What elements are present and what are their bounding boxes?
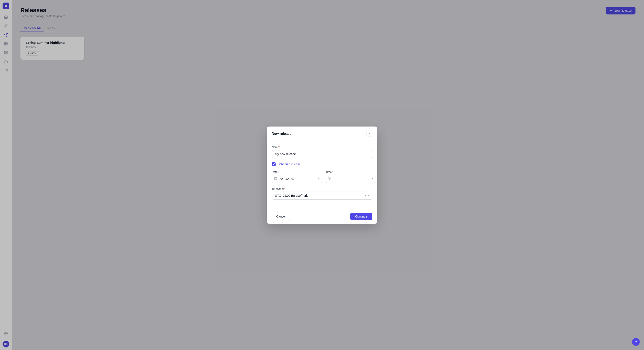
schedule-label[interactable]: Schedule release [278, 163, 301, 166]
help-button[interactable]: ? [632, 338, 640, 346]
timezone-icons: ✕ ▾ [364, 194, 369, 197]
modal-header: New release × [267, 127, 377, 140]
date-clear-icon[interactable]: ✕ [318, 177, 320, 180]
date-time-row: Date* ✕ Time* [272, 170, 372, 183]
time-input[interactable] [333, 175, 370, 183]
modal-close-button[interactable]: × [366, 131, 372, 137]
time-input-wrapper[interactable]: ▾ [326, 175, 375, 183]
time-dropdown-icon[interactable]: ▾ [372, 177, 373, 180]
svg-rect-17 [274, 177, 277, 180]
new-release-modal: New release × Name* Schedule release [267, 127, 377, 224]
timezone-dropdown-icon[interactable]: ▾ [368, 194, 369, 197]
modal-title: New release [272, 132, 292, 136]
continue-button[interactable]: Continue [350, 213, 372, 220]
calendar-icon [274, 177, 277, 180]
schedule-checkbox[interactable] [272, 162, 276, 166]
timezone-value: UTC+02:00 Europe/Paris [275, 194, 364, 197]
modal-body: Name* Schedule release Date* [267, 140, 377, 209]
date-label: Date* [272, 170, 322, 174]
schedule-checkbox-row: Schedule release [272, 162, 372, 166]
date-input-wrapper[interactable]: ✕ [272, 175, 322, 183]
modal-overlay: New release × Name* Schedule release [0, 0, 644, 350]
date-form-group: Date* ✕ [272, 170, 322, 183]
timezone-select[interactable]: UTC+02:00 Europe/Paris ✕ ▾ [272, 191, 372, 200]
timezone-label: Timezone* [272, 187, 372, 190]
modal-footer: Cancel Continue [267, 209, 377, 224]
time-form-group: Time* ▾ [326, 170, 375, 183]
name-form-group: Name* [272, 146, 372, 158]
timezone-form-group: Timezone* UTC+02:00 Europe/Paris ✕ ▾ [272, 187, 372, 200]
timezone-clear-icon[interactable]: ✕ [364, 194, 366, 197]
date-input[interactable] [279, 175, 316, 183]
cancel-button[interactable]: Cancel [272, 213, 290, 220]
name-input[interactable] [272, 150, 372, 158]
clock-icon [328, 177, 331, 180]
time-label: Time* [326, 170, 375, 174]
name-label: Name* [272, 146, 372, 149]
